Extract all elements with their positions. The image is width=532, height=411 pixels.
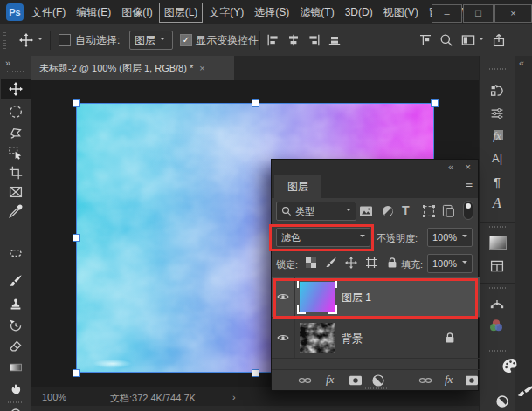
menu-file[interactable]: 文件(F) <box>27 3 70 22</box>
lasso-icon[interactable] <box>9 126 23 140</box>
gradients-panel-icon[interactable] <box>489 236 507 250</box>
menu-3d[interactable]: 3D(D) <box>341 4 377 20</box>
picture-filter-icon[interactable] <box>359 204 373 218</box>
adjustments-icon[interactable] <box>495 394 509 408</box>
brush-icon[interactable] <box>9 274 23 288</box>
frame-icon[interactable] <box>9 185 23 199</box>
layer-row-background[interactable]: 背景 <box>272 318 480 359</box>
minimize-button[interactable]: – <box>432 4 462 23</box>
chain-link-icon[interactable] <box>298 373 312 387</box>
object-selection-icon[interactable] <box>9 146 23 160</box>
menu-layer[interactable]: 图层(L) <box>159 3 204 23</box>
align-left-icon[interactable] <box>266 33 280 47</box>
panel-grip[interactable] <box>487 287 508 289</box>
eye-icon[interactable] <box>277 292 289 301</box>
transform-handle-middle-left[interactable] <box>73 234 80 242</box>
layer-name[interactable]: 图层 1 <box>342 291 371 305</box>
panel-grip[interactable] <box>487 226 508 228</box>
patterns-panel-icon[interactable] <box>490 259 504 273</box>
collapse-panel-icon[interactable]: « <box>448 161 453 172</box>
layer-thumbnail[interactable] <box>300 282 335 312</box>
filter-toggle[interactable] <box>463 201 473 220</box>
transform-handle-top-center[interactable] <box>252 99 259 107</box>
type-filter-icon[interactable]: T <box>402 203 416 217</box>
eyedropper-icon[interactable] <box>9 204 23 218</box>
chain-link-icon[interactable] <box>418 373 432 387</box>
chevron-down-icon[interactable] <box>38 38 43 43</box>
align-right-icon[interactable] <box>307 33 321 47</box>
layer-thumbnail[interactable] <box>300 323 335 353</box>
crop-icon[interactable] <box>9 166 23 180</box>
close-button[interactable]: × <box>494 4 532 23</box>
layer-styles-icon[interactable]: fx <box>480 129 515 143</box>
gradient-tool-icon[interactable] <box>9 360 23 374</box>
transform-handle-top-right[interactable] <box>431 99 439 107</box>
zoom-level-field[interactable]: 100% <box>42 392 66 402</box>
move-tool-icon[interactable] <box>9 82 23 96</box>
paragraph-panel-icon[interactable]: ¶ <box>480 175 515 189</box>
lock-transparency-icon[interactable] <box>305 257 317 269</box>
transform-handle-bottom-center[interactable] <box>252 369 259 377</box>
panel-grip[interactable] <box>487 68 508 70</box>
transform-handle-bottom-left[interactable] <box>73 369 80 377</box>
menu-image[interactable]: 图像(I) <box>117 3 156 22</box>
shape-filter-icon[interactable] <box>422 204 436 218</box>
smudge-icon[interactable] <box>9 381 23 395</box>
layer-mask-icon[interactable] <box>349 373 363 387</box>
adjustment-filter-icon[interactable] <box>381 204 395 218</box>
menu-filter[interactable]: 滤镜(T) <box>295 3 338 22</box>
opacity-dropdown[interactable]: 100% <box>427 228 473 247</box>
lock-artboard-icon[interactable] <box>365 257 377 269</box>
panel-toggle-icon[interactable] <box>461 33 475 47</box>
character-panel-icon[interactable]: A| <box>480 152 515 165</box>
menu-select[interactable]: 选择(S) <box>250 3 294 22</box>
panel-grip[interactable] <box>8 401 24 403</box>
properties-icon[interactable] <box>490 106 504 120</box>
align-center-icon[interactable] <box>287 33 301 47</box>
maximize-button[interactable]: □ <box>463 4 494 23</box>
tab-layers[interactable]: 图层 <box>274 175 321 198</box>
eye-icon[interactable] <box>277 333 289 342</box>
pen-path-icon[interactable] <box>490 298 504 312</box>
auto-select-checkbox[interactable] <box>59 34 71 46</box>
layer-style-icon[interactable]: fx <box>326 373 334 387</box>
menu-view[interactable]: 视图(V) <box>379 3 423 22</box>
filter-type-dropdown[interactable]: 类型 <box>276 202 356 221</box>
chevron-down-icon[interactable] <box>479 38 484 43</box>
lock-all-icon[interactable] <box>386 257 398 269</box>
pin-icon[interactable] <box>418 33 432 47</box>
menu-type[interactable]: 文字(Y) <box>204 3 248 22</box>
layer-row-layer1[interactable]: 图层 1 <box>272 277 480 318</box>
palette-icon[interactable] <box>501 356 522 377</box>
fill-dropdown[interactable]: 100% <box>427 254 473 273</box>
lock-position-icon[interactable] <box>345 257 357 269</box>
eraser-icon[interactable] <box>9 339 23 353</box>
panel-grip[interactable] <box>3 31 6 49</box>
transform-handle-top-left[interactable] <box>73 99 80 107</box>
status-chevron-icon[interactable]: › <box>232 392 236 402</box>
healing-icon[interactable] <box>9 246 23 260</box>
lock-icon[interactable] <box>445 332 455 344</box>
lock-pixels-brush-icon[interactable] <box>325 257 337 269</box>
panel-resize-grip[interactable] <box>363 387 389 389</box>
align-bottom-icon[interactable] <box>328 33 342 47</box>
clone-stamp-icon[interactable] <box>9 297 23 311</box>
adjustment-layer-icon[interactable] <box>371 373 385 387</box>
close-panel-icon[interactable]: × <box>466 161 471 172</box>
blend-mode-dropdown[interactable]: 滤色 <box>276 228 370 247</box>
panel-menu-icon[interactable]: ≡ <box>466 179 472 193</box>
document-tab[interactable]: 未标题-2 @ 100% (图层 1, RGB/8) * × <box>31 56 234 80</box>
color-wheel-icon[interactable] <box>489 319 503 332</box>
auto-select-target-dropdown[interactable]: 图层 <box>129 31 173 50</box>
ellipse-marquee-icon[interactable] <box>9 105 23 119</box>
smart-object-filter-icon[interactable] <box>441 204 455 218</box>
magnifier-icon[interactable] <box>439 33 453 47</box>
menu-edit[interactable]: 编辑(E) <box>72 3 115 22</box>
glyphs-panel-icon[interactable]: A <box>480 195 515 211</box>
dodge-icon[interactable] <box>9 406 23 411</box>
history-brush-icon[interactable] <box>9 319 23 332</box>
show-transform-checkbox[interactable]: ✓ <box>180 34 192 46</box>
panel-grip[interactable] <box>7 71 24 72</box>
panel-grip[interactable] <box>487 350 508 352</box>
history-panel-icon[interactable] <box>490 84 504 98</box>
